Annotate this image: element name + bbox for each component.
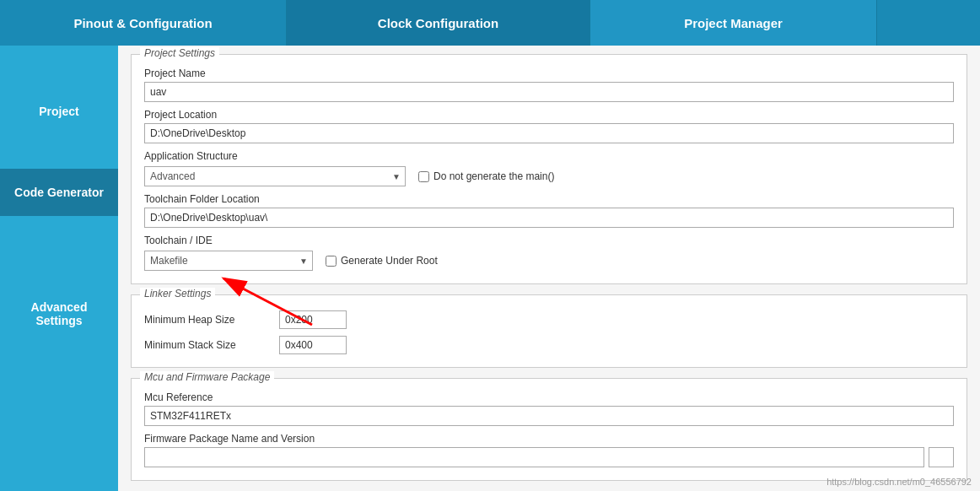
project-settings-title: Project Settings — [140, 47, 219, 59]
watermark: https://blog.csdn.net/m0_46556792 — [827, 477, 972, 487]
sidebar-item-project[interactable]: Project — [0, 88, 118, 135]
min-heap-label: Minimum Heap Size — [144, 314, 271, 326]
firmware-version-wrapper — [929, 447, 954, 467]
firmware-package-input[interactable] — [144, 447, 924, 467]
main-layout: Project Code Generator Advanced Settings… — [0, 46, 980, 491]
tab-project-manager[interactable]: Project Manager — [590, 0, 877, 46]
content-area: Project Settings Project Name Project Lo… — [118, 46, 980, 491]
mcu-reference-input[interactable] — [144, 406, 954, 426]
toolchain-folder-label: Toolchain Folder Location — [144, 193, 954, 205]
mcu-reference-label: Mcu Reference — [144, 391, 954, 403]
generate-under-root-checkbox[interactable] — [326, 256, 337, 267]
project-location-input[interactable] — [144, 123, 954, 143]
project-settings-section: Project Settings Project Name Project Lo… — [131, 54, 967, 284]
tab-bar: Pinout & Configuration Clock Configurati… — [0, 0, 980, 46]
min-stack-row: Minimum Stack Size — [144, 336, 954, 354]
sidebar-item-code-generator[interactable]: Code Generator — [0, 169, 118, 216]
linker-settings-section: Linker Settings Minimum Heap Size Minimu… — [131, 294, 967, 368]
application-structure-row: Advanced ▼ Do not generate the main() — [144, 166, 954, 186]
tab-clock[interactable]: Clock Configuration — [287, 0, 590, 46]
do-not-generate-main-label: Do not generate the main() — [433, 170, 554, 182]
min-heap-row: Minimum Heap Size — [144, 310, 954, 329]
sidebar: Project Code Generator Advanced Settings — [0, 46, 118, 491]
mcu-firmware-title: Mcu and Firmware Package — [140, 371, 274, 383]
toolchain-ide-label: Toolchain / IDE — [144, 235, 954, 246]
project-name-label: Project Name — [144, 67, 954, 79]
toolchain-ide-select[interactable]: Makefile — [144, 251, 313, 271]
tab-spacer — [877, 0, 980, 46]
generate-under-root-label: Generate Under Root — [341, 255, 438, 267]
toolchain-folder-input[interactable] — [144, 208, 954, 228]
tab-pinout[interactable]: Pinout & Configuration — [0, 0, 287, 46]
linker-settings-title: Linker Settings — [140, 288, 215, 299]
project-name-input[interactable] — [144, 82, 954, 102]
toolchain-ide-wrapper: Makefile ▼ — [144, 251, 313, 271]
do-not-generate-main-checkbox[interactable] — [418, 171, 429, 182]
application-structure-select[interactable]: Advanced — [144, 166, 406, 186]
firmware-version-select[interactable] — [929, 447, 954, 467]
min-stack-input[interactable] — [279, 336, 347, 354]
application-structure-wrapper: Advanced ▼ — [144, 166, 406, 186]
sidebar-item-advanced-settings[interactable]: Advanced Settings — [0, 283, 118, 344]
min-heap-input[interactable] — [279, 310, 347, 329]
generate-under-root-row: Generate Under Root — [326, 255, 438, 267]
min-stack-label: Minimum Stack Size — [144, 339, 271, 351]
application-structure-label: Application Structure — [144, 150, 954, 162]
toolchain-ide-row: Makefile ▼ Generate Under Root — [144, 251, 954, 271]
mcu-firmware-section: Mcu and Firmware Package Mcu Reference F… — [131, 378, 967, 481]
project-location-label: Project Location — [144, 109, 954, 121]
firmware-package-label: Firmware Package Name and Version — [144, 433, 954, 445]
do-not-generate-main-row: Do not generate the main() — [418, 170, 554, 182]
